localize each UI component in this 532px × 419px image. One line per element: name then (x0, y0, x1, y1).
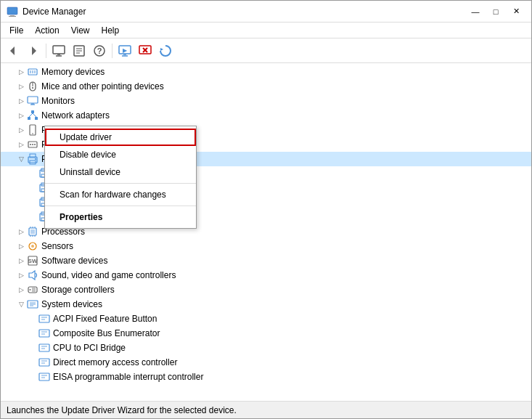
tree-node-acpi[interactable]: ▷ ACPI Fixed Feature Button (1, 312, 531, 326)
svg-rect-25 (34, 70, 36, 73)
tree-node-system[interactable]: ▽ System devices (1, 297, 531, 312)
processor-icon (27, 226, 38, 237)
eisa-icon (38, 371, 50, 383)
maximize-button[interactable]: □ (486, 4, 505, 19)
svg-text:▶: ▶ (123, 47, 128, 54)
update-driver-label: Update driver (60, 132, 112, 142)
menu-view[interactable]: View (65, 23, 96, 38)
tree-node-memory[interactable]: ▷ Memory devices (1, 65, 531, 79)
expand-printqueues[interactable]: ▽ (15, 153, 27, 165)
minimize-button[interactable]: — (466, 4, 485, 19)
svg-rect-87 (39, 344, 49, 351)
svg-text:?: ? (97, 46, 102, 55)
window-title: Device Manager (22, 7, 466, 17)
context-update-driver[interactable]: Update driver (45, 129, 196, 146)
device-manager-window: Device Manager — □ ✕ File Action View He… (0, 0, 532, 419)
acpi-icon (38, 313, 50, 325)
menu-bar: File Action View Help (1, 23, 531, 38)
display-button[interactable]: ▶ (115, 41, 134, 60)
composite-icon (38, 328, 50, 339)
printqueue-children: ▷ Fax ▷ (1, 166, 531, 224)
acpi-label: ACPI Fixed Feature Button (53, 314, 157, 324)
expand-ports[interactable]: ▷ (15, 139, 27, 150)
scan-button[interactable] (156, 41, 175, 60)
svg-rect-60 (30, 229, 35, 234)
expand-processors[interactable]: ▷ (15, 226, 27, 237)
monitors-label: Monitors (41, 96, 75, 106)
help-button[interactable]: ? (90, 41, 109, 60)
svg-line-36 (33, 113, 36, 117)
svg-rect-0 (7, 7, 17, 15)
expand-memory[interactable]: ▷ (15, 66, 27, 78)
svg-rect-32 (31, 110, 34, 113)
toolbar: ? ▶ (1, 38, 531, 63)
uninstall-device-label: Uninstall device (60, 167, 120, 177)
uninstall-button[interactable] (136, 41, 155, 60)
context-disable-device[interactable]: Disable device (45, 146, 196, 163)
expand-software[interactable]: ▷ (15, 255, 27, 267)
mice-label: Mice and other pointing devices (41, 81, 164, 91)
expand-network[interactable]: ▷ (15, 110, 27, 121)
eisa-label: EISA programmable interrupt controller (53, 372, 203, 382)
svg-marker-3 (10, 46, 15, 55)
menu-file[interactable]: File (4, 23, 29, 38)
context-properties[interactable]: Properties (45, 208, 196, 226)
tree-node-monitors[interactable]: ▷ Monitors (1, 94, 531, 108)
tree-node-sensors[interactable]: ▷ Sensors (1, 239, 531, 253)
menu-help[interactable]: Help (96, 23, 126, 38)
menu-action[interactable]: Action (29, 23, 65, 38)
svg-marker-71 (29, 271, 35, 280)
window-icon (7, 6, 18, 17)
svg-rect-93 (39, 373, 49, 381)
context-scan-hardware[interactable]: Scan for hardware changes (45, 186, 196, 203)
back-button[interactable] (4, 41, 22, 60)
expand-monitors[interactable]: ▷ (15, 95, 27, 107)
computer-button[interactable] (49, 41, 68, 60)
tree-node-network[interactable]: ▷ Network adapters (1, 108, 531, 123)
tree-node-eisa[interactable]: ▷ EISA programmable interrupt controller (1, 370, 531, 384)
title-bar-controls: — □ ✕ (466, 4, 525, 19)
sensors-label: Sensors (41, 241, 73, 251)
context-separator-1 (45, 183, 196, 184)
tree-node-mice[interactable]: ▷ Mice and other pointing devices (1, 79, 531, 94)
tree-node-dma[interactable]: ▷ Direct memory access controller (1, 355, 531, 370)
cpu-pci-label: CPU to PCI Bridge (53, 343, 126, 353)
storage-icon (27, 284, 38, 296)
expand-mice[interactable]: ▷ (15, 81, 27, 92)
tree-node-software[interactable]: ▷ SW Software devices (1, 253, 531, 268)
expand-sensors[interactable]: ▷ (15, 240, 27, 252)
tree-node-storage[interactable]: ▷ Storage controllers (1, 282, 531, 297)
svg-line-35 (29, 113, 33, 117)
expand-system[interactable]: ▽ (15, 298, 27, 310)
svg-rect-29 (28, 97, 38, 103)
close-button[interactable]: ✕ (507, 4, 525, 19)
context-separator-2 (45, 206, 196, 206)
context-menu: Update driver Disable device Uninstall d… (44, 126, 197, 229)
context-uninstall-device[interactable]: Uninstall device (45, 163, 196, 181)
system-label: System devices (41, 299, 102, 309)
forward-button[interactable] (24, 41, 43, 60)
svg-rect-33 (28, 117, 30, 120)
svg-rect-90 (39, 359, 49, 366)
expand-portable[interactable]: ▷ (15, 124, 27, 136)
svg-point-28 (32, 87, 33, 89)
sound-icon (27, 269, 38, 281)
tree-node-sound[interactable]: ▷ Sound, video and game controllers (1, 268, 531, 282)
device-tree[interactable]: ▷ Memory devices ▷ (1, 63, 531, 401)
system-icon (27, 298, 38, 310)
storage-label: Storage controllers (41, 285, 115, 295)
scan-hardware-label: Scan for hardware changes (60, 190, 166, 200)
sound-label: Sound, video and game controllers (41, 270, 176, 280)
svg-rect-84 (39, 330, 49, 337)
svg-point-40 (30, 144, 31, 145)
status-text: Launches the Update Driver Wizard for th… (7, 405, 237, 415)
properties-label: Properties (60, 212, 102, 222)
properties-button[interactable] (70, 41, 89, 60)
tree-node-composite[interactable]: ▷ Composite Bus Enumerator (1, 326, 531, 341)
network-label: Network adapters (41, 110, 110, 121)
expand-sound[interactable]: ▷ (15, 269, 27, 281)
expand-storage[interactable]: ▷ (15, 284, 27, 296)
sensors-icon (27, 240, 38, 252)
svg-rect-5 (53, 46, 65, 54)
tree-node-cpu-pci[interactable]: ▷ CPU to PCI Bridge (1, 341, 531, 355)
